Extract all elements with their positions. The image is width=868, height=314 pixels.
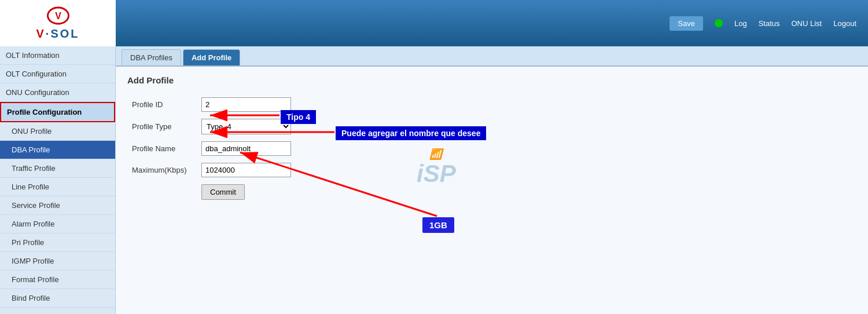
maximum-kbps-input[interactable] bbox=[201, 163, 291, 177]
maximum-kbps-cell bbox=[197, 159, 296, 181]
brand-name: V·SOL bbox=[36, 27, 79, 41]
gb-badge: 1GB bbox=[422, 217, 454, 233]
form-table: Profile ID Profile Type Type_1 Type_2 Ty… bbox=[127, 94, 296, 203]
status-indicator bbox=[715, 19, 723, 27]
tab-bar: DBA Profiles Add Profile bbox=[116, 46, 868, 67]
sidebar-item-onu-profile[interactable]: ONU Profile bbox=[0, 122, 115, 141]
form-title: Add Profile bbox=[127, 75, 856, 85]
commit-spacer bbox=[127, 181, 197, 203]
sidebar-item-bind-profile[interactable]: Bind Profile bbox=[0, 289, 115, 308]
tab-dba-profiles[interactable]: DBA Profiles bbox=[122, 49, 181, 65]
sidebar-item-pri-profile[interactable]: Pri Profile bbox=[0, 233, 115, 252]
main-content: DBA Profiles Add Profile Add Profile Pro… bbox=[116, 46, 868, 314]
profile-type-label: Profile Type bbox=[127, 115, 197, 138]
save-button[interactable]: Save bbox=[670, 16, 703, 31]
sidebar-item-format-profile[interactable]: Format Profile bbox=[0, 271, 115, 289]
profile-id-label: Profile ID bbox=[127, 94, 197, 115]
status-link[interactable]: Status bbox=[759, 19, 780, 28]
profile-name-input[interactable] bbox=[201, 141, 291, 156]
profile-name-label: Profile Name bbox=[127, 138, 197, 159]
table-row: Maximum(Kbps) bbox=[127, 159, 296, 181]
table-row: Profile Name bbox=[127, 138, 296, 159]
logo-container: V V·SOL bbox=[0, 0, 116, 46]
sidebar-item-profile-config[interactable]: Profile Configuration bbox=[0, 102, 115, 122]
profile-id-cell bbox=[197, 94, 296, 115]
sidebar-item-line-profile[interactable]: Line Profile bbox=[0, 178, 115, 196]
sidebar-item-system-config[interactable]: System Configuration bbox=[0, 308, 115, 314]
sidebar-item-service-profile[interactable]: Service Profile bbox=[0, 196, 115, 215]
svg-text:V: V bbox=[55, 11, 61, 21]
sidebar-item-alarm-profile[interactable]: Alarm Profile bbox=[0, 215, 115, 233]
sidebar-item-dba-profile[interactable]: DBA Profile bbox=[0, 141, 115, 159]
log-link[interactable]: Log bbox=[734, 19, 747, 28]
profile-name-cell bbox=[197, 138, 296, 159]
sidebar-item-olt-info[interactable]: OLT Information bbox=[0, 46, 115, 65]
table-row: Commit bbox=[127, 181, 296, 203]
profile-id-input[interactable] bbox=[201, 97, 291, 112]
main-layout: OLT Information OLT Configuration ONU Co… bbox=[0, 46, 868, 314]
sidebar-item-onu-config[interactable]: ONU Configuration bbox=[0, 83, 115, 102]
sidebar-item-traffic-profile[interactable]: Traffic Profile bbox=[0, 159, 115, 178]
profile-type-cell: Type_1 Type_2 Type_3 Type_4 Type_5 bbox=[197, 115, 296, 138]
header: Save Log Status ONU List Logout bbox=[0, 0, 868, 46]
onu-list-link[interactable]: ONU List bbox=[792, 19, 822, 28]
maximum-kbps-label: Maximum(Kbps) bbox=[127, 159, 197, 181]
tab-add-profile[interactable]: Add Profile bbox=[183, 49, 240, 65]
logout-link[interactable]: Logout bbox=[833, 19, 856, 28]
sidebar-item-olt-config[interactable]: OLT Configuration bbox=[0, 65, 115, 83]
table-row: Profile Type Type_1 Type_2 Type_3 Type_4… bbox=[127, 115, 296, 138]
commit-cell: Commit bbox=[197, 181, 296, 203]
sidebar-item-igmp-profile[interactable]: IGMP Profile bbox=[0, 252, 115, 271]
form-area: Add Profile Profile ID Profile Type Type… bbox=[116, 67, 868, 212]
sidebar: OLT Information OLT Configuration ONU Co… bbox=[0, 46, 116, 314]
commit-button[interactable]: Commit bbox=[201, 184, 245, 200]
profile-type-select[interactable]: Type_1 Type_2 Type_3 Type_4 Type_5 bbox=[201, 119, 291, 134]
table-row: Profile ID bbox=[127, 94, 296, 115]
vsol-logo-icon: V bbox=[45, 6, 71, 26]
